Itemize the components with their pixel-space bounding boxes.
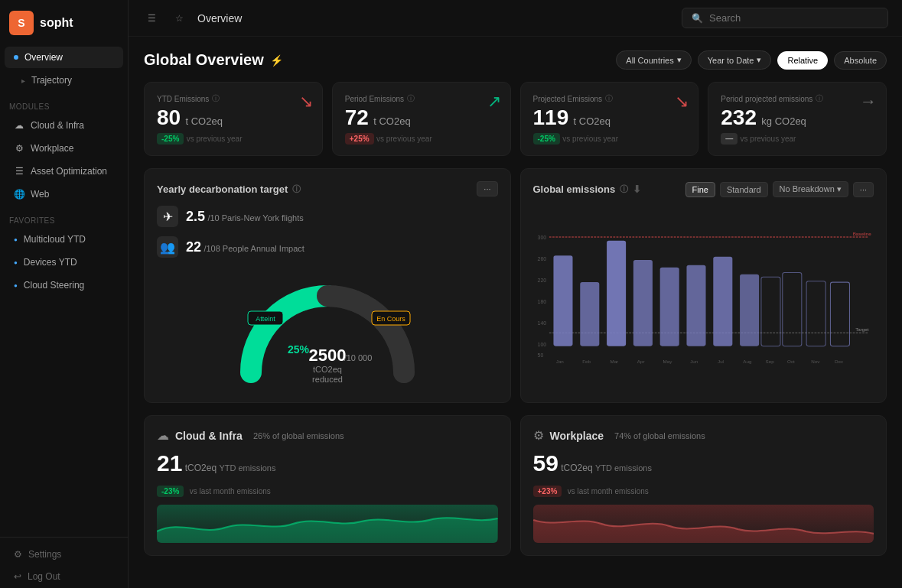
sidebar-item-multicloud[interactable]: ● Multicloud YTD [5,229,123,250]
badge-projected: -25% [533,133,560,145]
bar-chart-svg: 300 260 220 180 140 100 50 Baseline Targ… [533,206,874,390]
svg-text:May: May [663,359,672,364]
sidebar-item-workplace[interactable]: ⚙ Workplace [5,138,123,159]
metric-card-projected: Projected Emissions ⓘ ↘ 119 t CO2eq -25%… [520,82,699,156]
sidebar-item-asset[interactable]: ☰ Asset Optimization [5,161,123,182]
period-filter[interactable]: Year to Date ▾ [698,50,772,70]
sidebar-item-logout[interactable]: ↩ Log Out [5,566,123,587]
module-cards: ☁ Cloud & Infra 26% of global emissions … [144,415,887,556]
fine-button[interactable]: Fine [685,182,715,197]
svg-rect-26 [713,257,732,346]
svg-rect-22 [607,241,626,346]
svg-text:100: 100 [537,342,546,347]
svg-text:300: 300 [537,235,546,240]
chevron-down-breakdown: ▾ [837,184,842,193]
cloud-badge-sub: vs last month emissions [190,487,271,495]
sidebar-toggle-icon[interactable]: ☰ [142,9,161,28]
gauge-stats: ✈ 2.5 /10 Paris-New York flights 👥 22 /1… [157,206,498,258]
star-icon[interactable]: ☆ [170,9,188,28]
relative-label: Relative [787,56,818,65]
svg-text:reduced: reduced [312,375,343,384]
info-icon-period-proj: ⓘ [816,93,823,104]
metric-card-ytd: YTD Emissions ⓘ ↘ 80 t CO2eq -25% vs pre… [144,82,323,156]
logo-text: sopht [40,16,73,30]
gauge-container: Atteint En Cours 25% 2500 /10 000 tCO2eq… [236,265,419,388]
period-filter-label: Year to Date [708,56,754,65]
metric-cards: YTD Emissions ⓘ ↘ 80 t CO2eq -25% vs pre… [144,82,887,156]
workplace-module-sub: YTD emissions [595,463,652,473]
info-icon-projected: ⓘ [605,93,613,104]
cloud-module-sub: YTD emissions [219,463,275,473]
svg-rect-24 [659,268,679,346]
charts-row: Yearly decarbonation target ⓘ ··· ✈ 2.5 … [144,168,887,403]
sidebar-label-steering: Cloud Steering [24,280,84,291]
cloud-wave [157,505,498,543]
svg-text:Apr: Apr [637,359,644,364]
absolute-label: Absolute [844,56,877,65]
svg-text:Oct: Oct [787,359,795,364]
yearly-more-button[interactable]: ··· [477,181,497,197]
people-icon: 👥 [157,236,178,258]
sidebar-label-workplace: Workplace [31,143,73,154]
svg-text:Jan: Jan [555,359,564,364]
workplace-badge: +23% [533,486,562,497]
sidebar-item-trajectory[interactable]: ▸ Trajectory [5,70,123,91]
yearly-chart-header: Yearly decarbonation target ⓘ ··· [157,181,498,197]
absolute-button[interactable]: Absolute [834,51,887,70]
svg-rect-28 [760,277,780,346]
svg-text:En Cours: En Cours [376,315,405,323]
workplace-badge-sub: vs last month emissions [568,487,649,495]
breakdown-button[interactable]: No Breakdown ▾ [773,181,848,197]
chevron-down-icon-period: ▾ [757,55,761,65]
metric-label-projected: Projected Emissions ⓘ [533,93,686,104]
workplace-wave [533,505,874,543]
svg-text:260: 260 [537,256,546,262]
emissions-more-button[interactable]: ··· [853,182,874,197]
search-input[interactable] [709,12,878,24]
svg-rect-23 [633,260,652,346]
asset-icon: ☰ [14,166,24,177]
svg-text:Dec: Dec [834,359,842,364]
cloud-module-unit: tCO2eq [185,463,217,473]
svg-rect-21 [580,282,599,346]
cloud-icon: ☁ [14,120,24,131]
sidebar-item-cloud[interactable]: ☁ Cloud & Infra [5,115,123,136]
sidebar-bottom: ⚙ Settings ↩ Log Out [0,531,128,588]
svg-rect-25 [686,265,705,346]
info-icon-ytd: ⓘ [212,93,220,104]
svg-text:Mar: Mar [610,359,618,364]
sidebar-item-web[interactable]: 🌐 Web [5,184,123,205]
info-icon-period: ⓘ [407,93,415,104]
standard-button[interactable]: Standard [720,182,768,197]
svg-text:Atteint: Atteint [256,315,275,323]
search-icon: 🔍 [692,13,703,24]
sidebar-label-overview: Overview [24,52,63,63]
fav-dot-steering: ● [14,282,18,289]
page-header: Global Overview ⚡ All Countries ▾ Year t… [144,50,887,70]
sidebar-label-web: Web [31,189,49,200]
active-dot [14,55,18,60]
workplace-module-pct: 74% of global emissions [614,431,705,440]
workplace-module-value: 59 [533,450,558,476]
metric-label-ytd: YTD Emissions ⓘ [157,93,310,104]
countries-filter-label: All Countries [626,56,673,65]
cloud-module-value: 21 [157,450,182,476]
svg-text:220: 220 [537,278,546,283]
svg-text:tCO2eq: tCO2eq [313,365,342,374]
workplace-module-unit: tCO2eq [561,463,592,473]
sidebar-item-cloud-steering[interactable]: ● Cloud Steering [5,275,123,296]
svg-text:50: 50 [537,352,543,358]
module-card-workplace: ⚙ Workplace 74% of global emissions 59 t… [520,415,887,556]
sidebar-item-settings[interactable]: ⚙ Settings [5,544,123,565]
trajectory-arrow: ▸ [21,76,25,85]
yearly-chart-card: Yearly decarbonation target ⓘ ··· ✈ 2.5 … [144,168,511,403]
main-content: ☰ ☆ Overview 🔍 Global Overview ⚡ All Cou… [129,0,902,588]
sidebar-item-overview[interactable]: Overview [5,47,123,68]
sidebar-item-devices[interactable]: ● Devices YTD [5,252,123,273]
download-icon[interactable]: ⬇ [633,184,641,195]
relative-button[interactable]: Relative [777,51,828,70]
global-emissions-card: Global emissions ⓘ ⬇ Fine Standard No Br… [520,168,887,403]
countries-filter[interactable]: All Countries ▾ [616,50,691,70]
info-icon-yearly: ⓘ [292,184,301,195]
module-workplace-header: ⚙ Workplace 74% of global emissions [533,428,874,443]
